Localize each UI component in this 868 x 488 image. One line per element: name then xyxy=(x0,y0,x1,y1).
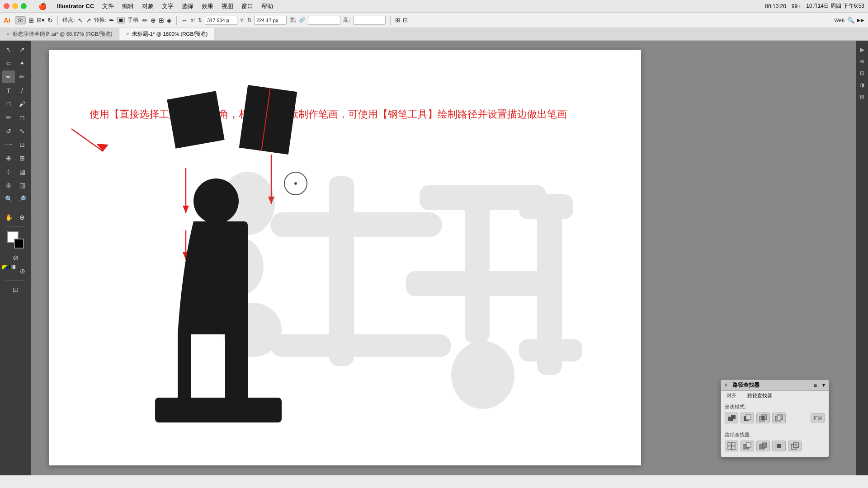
right-panel-icon-4[interactable]: ◑ xyxy=(858,80,867,89)
maximize-button[interactable] xyxy=(21,3,27,9)
w-input[interactable] xyxy=(308,16,340,25)
canvas-area[interactable]: 使用【直接选择工具】拉出圆角，相同方法继续制作笔画，可使用【钢笔工具】绘制路径并… xyxy=(31,41,856,475)
free-transform-tool[interactable]: ⊡ xyxy=(16,138,28,151)
scale-tool[interactable]: ⤡ xyxy=(16,125,28,137)
align-icon[interactable]: ⊞ xyxy=(395,17,400,23)
intersect-btn[interactable] xyxy=(756,413,770,423)
minimize-button[interactable] xyxy=(12,3,18,9)
line-tool[interactable]: / xyxy=(16,84,28,97)
arrangement-icon[interactable]: ⊞▾ xyxy=(37,17,45,23)
unite-btn[interactable] xyxy=(725,413,738,423)
rotate-tool[interactable]: ↺ xyxy=(2,125,15,137)
menu-help[interactable]: 帮助 xyxy=(261,2,273,10)
style-button[interactable]: St xyxy=(15,16,26,24)
menu-type[interactable]: 文字 xyxy=(162,2,174,10)
handle-btn-3[interactable]: ⊞ xyxy=(159,17,164,24)
x-input[interactable] xyxy=(205,16,237,25)
transform-btn[interactable]: ✒ xyxy=(109,17,114,24)
paintbrush-tool[interactable]: 🖌 xyxy=(16,98,28,110)
tab-2-close[interactable]: ✕ xyxy=(126,32,129,37)
artboard: 使用【直接选择工具】拉出圆角，相同方法继续制作笔画，可使用【钢笔工具】绘制路径并… xyxy=(49,50,641,465)
separator xyxy=(57,16,58,25)
menu-edit[interactable]: 编辑 xyxy=(122,2,134,10)
divide-btn[interactable] xyxy=(725,441,738,451)
zoom2-tool[interactable]: ⊕ xyxy=(16,211,28,224)
pathfinder-tab[interactable]: 路径查找器 xyxy=(742,391,778,401)
trim-btn[interactable] xyxy=(741,441,754,451)
tab-2[interactable]: ✕ 未标题-1* @ 1600% (RGB/预览) xyxy=(119,28,215,40)
perspective-tool[interactable]: ⊞ xyxy=(16,152,28,164)
svg-point-21 xyxy=(193,178,239,224)
curvature-tool[interactable]: ✏ xyxy=(16,70,28,83)
symbol-sprayer-tool[interactable]: ⊛ xyxy=(2,179,15,192)
w-link-icon: 🔗 xyxy=(299,17,305,23)
tab-1[interactable]: ✕ 标志字体全能备.ai* @ 66.67% (RGB/预览) xyxy=(0,28,119,40)
puppet-warp-tool[interactable]: ⊕ xyxy=(2,152,15,164)
chart-tool[interactable]: ▦ xyxy=(16,165,28,178)
background-color[interactable] xyxy=(14,239,24,249)
tab-1-close[interactable]: ✕ xyxy=(6,32,10,37)
eyedropper-tool[interactable]: 🔍 xyxy=(2,192,15,205)
workspace-selector[interactable]: Web xyxy=(835,18,844,23)
expand-button[interactable]: 扩展 xyxy=(811,413,825,422)
color-btn[interactable] xyxy=(2,265,8,269)
zoom-tool[interactable]: 🔎 xyxy=(16,192,28,205)
crop-btn[interactable] xyxy=(772,441,786,451)
none-fill-btn[interactable]: ⊘ xyxy=(9,251,22,264)
minus-front-btn[interactable] xyxy=(741,413,754,423)
pen-tool[interactable]: ✒ xyxy=(2,70,15,83)
exclude-btn[interactable] xyxy=(772,413,786,423)
magic-wand-tool[interactable]: ✦ xyxy=(16,57,28,70)
column-graph-tool[interactable]: ▥ xyxy=(16,179,28,192)
eraser-tool[interactable]: ◻ xyxy=(16,111,28,124)
y-input[interactable] xyxy=(254,16,287,25)
handle-btn-2[interactable]: ⊕ xyxy=(151,17,156,24)
lasso-tool[interactable]: ⊂ xyxy=(2,57,15,70)
outline-btn[interactable] xyxy=(788,441,802,451)
artboard-tool[interactable]: ⊡ xyxy=(9,283,22,296)
menu-view[interactable]: 视图 xyxy=(222,2,233,10)
pathfinder-collapse-btn[interactable]: ▼ xyxy=(821,383,826,388)
handle-btn-1[interactable]: ✏ xyxy=(142,17,148,24)
apple-menu[interactable]: 🍎 xyxy=(38,2,47,10)
menu-object[interactable]: 对象 xyxy=(142,2,154,10)
view-toggle[interactable]: ⊞ xyxy=(28,17,34,24)
right-panel-icon-1[interactable]: ▶ xyxy=(858,45,867,54)
shape-tools: □ 🖌 xyxy=(2,98,28,110)
mesh-tool[interactable]: ⊹ xyxy=(2,165,15,178)
pencil-tool[interactable]: ✏ xyxy=(2,111,15,124)
hand-tool[interactable]: ✋ xyxy=(2,211,15,224)
right-panel-icon-2[interactable]: ⊕ xyxy=(858,57,867,66)
selection-tool[interactable]: ↖ xyxy=(2,43,15,56)
direct-selection-tool[interactable]: ↗ xyxy=(16,43,28,56)
handle-btn-4[interactable]: ◈ xyxy=(167,17,172,24)
menu-file[interactable]: 文件 xyxy=(102,2,114,10)
rotate-tools: ↺ ⤡ xyxy=(2,125,28,137)
h-input[interactable] xyxy=(353,16,386,25)
sync-icon[interactable]: ↻ xyxy=(47,17,53,24)
anchor-tool-1[interactable]: ↖ xyxy=(78,17,83,24)
transform-options-icon[interactable]: ⊡ xyxy=(403,17,408,23)
app-name[interactable]: Illustrator CC xyxy=(57,3,94,9)
close-button[interactable] xyxy=(4,3,9,9)
color-preview[interactable] xyxy=(7,231,24,249)
more-panels-icon[interactable]: ▶▶ xyxy=(857,18,864,23)
right-panel-icon-3[interactable]: ⊡ xyxy=(858,69,867,78)
pathfinder-options-btn[interactable]: ≡ xyxy=(814,382,817,389)
menu-effect[interactable]: 效果 xyxy=(202,2,213,10)
anchor-corner-btn[interactable]: ◼ xyxy=(117,17,125,23)
pathfinder-close-btn[interactable]: ✕ xyxy=(724,382,728,388)
warp-tool[interactable]: 〰 xyxy=(2,138,15,151)
w-label: 宽: xyxy=(289,17,296,23)
anchor-tool-2[interactable]: ↗ xyxy=(86,17,91,24)
merge-btn[interactable] xyxy=(756,441,770,451)
gradient-btn[interactable] xyxy=(9,265,15,269)
rectangle-tool[interactable]: □ xyxy=(2,98,15,110)
none-btn[interactable]: ⊘ xyxy=(16,265,29,277)
type-tool[interactable]: T xyxy=(2,84,15,97)
align-tab[interactable]: 对齐 xyxy=(721,391,742,401)
right-panel-icon-5[interactable]: ⊞ xyxy=(858,92,867,101)
search-icon[interactable]: 🔍 xyxy=(847,17,854,23)
menu-select[interactable]: 选择 xyxy=(182,2,193,10)
menu-window[interactable]: 窗口 xyxy=(241,2,253,10)
